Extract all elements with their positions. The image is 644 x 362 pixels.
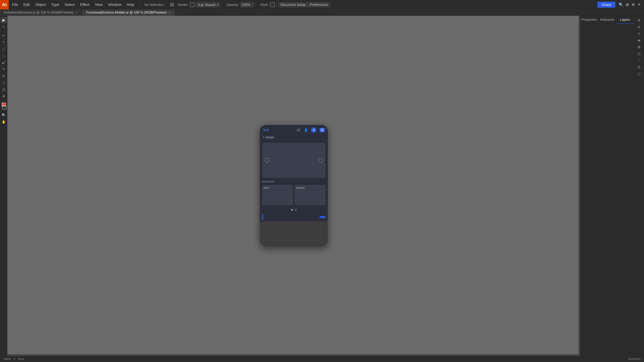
hamburger-menu-icon[interactable] (320, 128, 325, 132)
line-tool[interactable]: ╱ (1, 46, 7, 52)
user-icon[interactable]: 👤 (304, 128, 308, 132)
status-bar: 100% ▾ Amo Selection (0, 356, 644, 362)
phone-header-icons: 🛒 👤 3 (297, 127, 325, 133)
left-toolbar: ▶ ↖ ✏ T ╱ □ 🖌 ✎ ↻ ⤢ ◫ ⊕ 🔍 ✋ ··· (0, 16, 8, 356)
arrange-icon-button[interactable]: ⊞ (626, 2, 629, 7)
artboard-label: Amo (18, 357, 24, 361)
toolbar-style: Style: (260, 2, 275, 7)
tab-layers[interactable]: Layers (616, 16, 634, 24)
select-tool[interactable]: ▶ (1, 17, 7, 23)
rect-tool[interactable]: □ (1, 53, 7, 59)
tab-label: FunctionalScreens-Mobile.ai @ 100 % (RGB… (86, 10, 166, 14)
tab-functional-screens-mobile[interactable]: FunctionalScreens-Mobile.ai @ 100 % (RGB… (82, 9, 175, 16)
more-tools[interactable]: ··· (1, 349, 7, 355)
scale-tool[interactable]: ⤢ (1, 80, 7, 86)
menu-view[interactable]: View (95, 2, 103, 7)
phone-sub-title: moov (266, 135, 274, 139)
menu-select[interactable]: Select (64, 2, 75, 7)
zoom-dropdown-icon[interactable]: ▾ (14, 357, 15, 361)
layers-icon[interactable]: ≡ (636, 30, 642, 36)
footer-action-button[interactable] (320, 216, 326, 218)
status-left: 100% ▾ Amo (3, 357, 24, 361)
phone-logo: ∿∿ (263, 128, 269, 132)
zoom-tool[interactable]: 🔍 (1, 112, 7, 118)
toolbar-stroke: Stroke: 3 pt. Round (178, 2, 220, 7)
search-icon-button[interactable]: 🔍 (619, 2, 623, 7)
tab-close-icon[interactable]: ✕ (168, 11, 171, 14)
menu-edit[interactable]: Edit (23, 2, 30, 7)
hand-tool[interactable]: ✋ (1, 119, 7, 125)
app-logo: Ai (0, 0, 9, 9)
close-icon-button[interactable]: ✕ (638, 2, 641, 7)
panel-content (580, 24, 634, 29)
tab-properties[interactable]: Properties (580, 16, 598, 24)
opacity-input[interactable] (240, 2, 254, 7)
card-right-circle (318, 158, 323, 163)
properties-icon[interactable]: ⊕ (636, 17, 642, 23)
logo-waves-icon: ∿∿ (263, 128, 269, 132)
gradient-tool[interactable]: ◫ (1, 86, 7, 92)
tabs-bar: FunctionalScreens.ai @ 100 % (RGB/Previe… (0, 9, 644, 16)
menu-type[interactable]: Type (51, 2, 59, 7)
asset-export-icon[interactable]: ⬡ (636, 71, 642, 77)
type-tool[interactable]: T (1, 39, 7, 45)
pen-tool[interactable]: ✏ (1, 33, 7, 39)
vertical-scrollbar[interactable] (578, 16, 580, 356)
menu-object[interactable]: Object (35, 2, 46, 7)
pagination-dots (260, 207, 328, 213)
direct-select-tool[interactable]: ↖ (1, 24, 7, 30)
menu-line-2 (321, 130, 324, 130)
fill-color-swatch[interactable] (170, 3, 174, 6)
rotate-tool[interactable]: ↻ (1, 73, 7, 79)
main-image-card (262, 143, 326, 178)
document-setup-button[interactable]: Document Setup (278, 2, 308, 7)
stroke-size-dropdown[interactable]: 3 pt. Round (196, 2, 220, 7)
menu-items: File Edit Object Type Select Effect View… (9, 2, 138, 7)
menu-effect[interactable]: Effect (80, 2, 90, 7)
stroke-color-swatch[interactable] (190, 2, 194, 7)
links-icon[interactable]: ⊟ (636, 64, 642, 70)
transform-icon[interactable]: ◫ (636, 51, 642, 57)
previews-grid: train assess (262, 185, 326, 205)
align-icon[interactable]: ⊞ (636, 44, 642, 50)
settings-icon-button[interactable]: ⚙ (632, 2, 635, 7)
eyedropper-tool[interactable]: ⊕ (1, 93, 7, 99)
export-icon[interactable]: ↑ (636, 57, 642, 63)
sub-header-icon: ≡ (263, 136, 264, 139)
zoom-level[interactable]: 100% (3, 357, 11, 361)
panel-tabs: Properties Artboards Layers (580, 16, 634, 24)
horizontal-scrollbar[interactable] (8, 354, 578, 356)
preview-card-assess[interactable]: assess (295, 185, 326, 205)
notification-badge[interactable]: 3 (311, 127, 316, 133)
preview-card-train[interactable]: train (262, 185, 293, 205)
cart-icon[interactable]: 🛒 (297, 128, 301, 132)
opacity-label: Opacity: (226, 3, 239, 7)
phone-header: ∿∿ 🛒 👤 3 (260, 125, 328, 134)
dot-2[interactable] (295, 209, 297, 211)
top-right-icons: 🔍 ⊞ ⚙ ✕ (619, 2, 641, 7)
tab-functional-screens[interactable]: FunctionalScreens.ai @ 100 % (RGB/Previe… (0, 9, 82, 16)
preferences-button[interactable]: Preferences (308, 2, 330, 7)
menu-help[interactable]: Help (126, 2, 134, 7)
menu-line-3 (321, 131, 324, 131)
toolbar-selection: No Selection (144, 3, 163, 7)
tab-artboards[interactable]: Artboards (598, 16, 616, 24)
paintbrush-tool[interactable]: 🖌 (1, 59, 7, 65)
share-button[interactable]: Share (598, 2, 615, 8)
library-icon[interactable]: ◈ (636, 37, 642, 43)
artboards-icon[interactable]: A (636, 24, 642, 30)
style-swatch[interactable] (270, 2, 275, 7)
dot-1[interactable] (291, 209, 293, 211)
canvas-area[interactable]: ∿∿ 🛒 👤 3 ≡ moov (8, 16, 580, 356)
phone-sub-header: ≡ moov (260, 134, 328, 141)
phone-footer (260, 213, 328, 221)
pencil-tool[interactable]: ✎ (1, 66, 7, 72)
no-selection-label: No Selection (144, 3, 163, 7)
tab-close-icon[interactable]: ✕ (76, 11, 78, 14)
phone-mockup: ∿∿ 🛒 👤 3 ≡ moov (260, 125, 328, 247)
toolbar-opacity: Opacity: (226, 2, 254, 7)
menu-file[interactable]: File (12, 2, 18, 7)
toolbar-fill (170, 3, 174, 6)
stroke-swatch[interactable] (2, 105, 6, 109)
menu-window[interactable]: Window (108, 2, 121, 7)
